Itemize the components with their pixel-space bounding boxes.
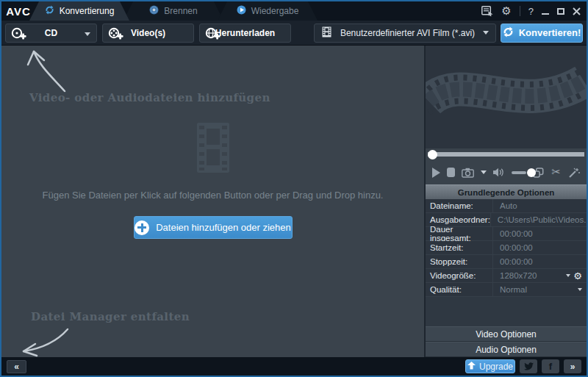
- play-button[interactable]: [432, 168, 440, 178]
- speaker-icon: [493, 168, 505, 177]
- convert-button[interactable]: Konvertieren!: [501, 24, 583, 43]
- volume-thumb[interactable]: [527, 168, 536, 177]
- option-row-quality: Qualität: Normal: [426, 283, 587, 297]
- convert-label: Konvertieren!: [519, 27, 581, 38]
- player-controls: ✂: [426, 160, 587, 184]
- convert-icon: [45, 5, 54, 17]
- add-files-button[interactable]: Dateien hinzufügen oder ziehen: [134, 216, 293, 239]
- add-cd-button[interactable]: CD: [5, 24, 97, 43]
- menu-icon[interactable]: [481, 6, 493, 16]
- window-controls: ⚙ ?: [481, 1, 581, 21]
- snapshot-menu-caret[interactable]: [481, 170, 487, 174]
- chevron-down-icon: [85, 32, 90, 36]
- status-bar: « Upgrade f »: [1, 357, 587, 376]
- expand-panel-button[interactable]: »: [564, 359, 581, 373]
- filename-value[interactable]: Auto: [493, 199, 587, 212]
- mute-button[interactable]: [493, 168, 505, 177]
- film-reel-plus-icon: [108, 27, 123, 43]
- upgrade-arrow-icon: [467, 362, 476, 372]
- output-folder-value[interactable]: C:\Users\Public\Videos...: [491, 213, 588, 226]
- total-duration-value: 00:00:00: [493, 227, 587, 240]
- arrow-to-collapse-button: [10, 326, 76, 357]
- scissors-icon: ✂: [551, 167, 561, 178]
- effects-button[interactable]: [568, 168, 580, 178]
- option-label: Dauer insgesamt:: [426, 227, 493, 240]
- globe-plus-icon: [205, 27, 220, 43]
- tab-brennen[interactable]: Brennen: [123, 1, 223, 21]
- snapshot-button[interactable]: [462, 168, 474, 178]
- tab-label: Wiedergabe: [251, 6, 299, 16]
- app-logo: AVC: [1, 1, 35, 21]
- video-preview: [426, 46, 587, 148]
- filmstrip-placeholder-icon: [189, 121, 237, 177]
- seek-bar[interactable]: [426, 148, 587, 160]
- output-format-select[interactable]: Benutzerdefinierter AVI Film (*.avi): [314, 24, 496, 43]
- plus-icon: [135, 220, 149, 235]
- facebook-button[interactable]: f: [542, 359, 559, 373]
- twitter-button[interactable]: [520, 359, 537, 373]
- twitter-icon: [524, 362, 534, 370]
- add-videos-button[interactable]: Video(s): [102, 24, 194, 43]
- chevron-down-icon: [578, 288, 582, 291]
- expand-file-manager-button[interactable]: «: [7, 360, 26, 373]
- convert-icon: [503, 26, 514, 40]
- option-label: Startzeit:: [426, 241, 493, 254]
- volume-slider[interactable]: [512, 171, 526, 174]
- hint-add-files: Video- oder Audiodateien hinzufügen: [29, 91, 270, 104]
- facebook-icon: f: [549, 361, 552, 372]
- hint-file-manager: Datei Manager entfalten: [31, 310, 190, 323]
- camera-icon: [462, 168, 474, 178]
- option-row-stop-time: Stoppzeit: 00:00:00: [426, 255, 587, 269]
- tab-wiedergabe[interactable]: Wiedergabe: [218, 1, 318, 21]
- button-label: CD: [45, 28, 57, 38]
- minimize-button[interactable]: [542, 8, 549, 15]
- seek-thumb[interactable]: [428, 150, 437, 159]
- gear-icon[interactable]: ⚙: [501, 6, 511, 17]
- close-button[interactable]: [573, 7, 581, 15]
- chevron-down-icon: [483, 31, 489, 35]
- video-size-settings-gear-icon[interactable]: ⚙: [573, 271, 582, 281]
- seek-track[interactable]: [428, 152, 584, 157]
- tab-label: Konvertierung: [60, 6, 115, 16]
- start-time-value[interactable]: 00:00:00: [493, 241, 587, 254]
- maximize-button[interactable]: [557, 8, 564, 15]
- upgrade-button[interactable]: Upgrade: [465, 359, 515, 373]
- play-circle-icon: [237, 5, 246, 17]
- add-files-label: Dateien hinzufügen oder ziehen: [156, 222, 291, 233]
- video-size-select[interactable]: 1280x720 ⚙: [493, 269, 587, 282]
- tab-konvertierung[interactable]: Konvertierung: [29, 1, 129, 21]
- upgrade-label: Upgrade: [479, 362, 513, 372]
- burn-disc-icon: [149, 5, 159, 17]
- title-bar: AVC Konvertierung: [1, 1, 587, 21]
- audio-options-bar[interactable]: Audio Optionen: [426, 342, 587, 357]
- option-row-video-size: Videogröße: 1280x720 ⚙: [426, 269, 587, 283]
- quality-select[interactable]: Normal: [493, 283, 587, 296]
- filmstrip-icon: [321, 26, 332, 40]
- right-panel: ✂ Grundlegende Optionen Dateiname:: [426, 46, 587, 357]
- option-label: Videogröße:: [426, 269, 493, 282]
- option-row-filename: Dateiname: Auto: [426, 199, 587, 213]
- output-format-value: Benutzerdefinierter AVI Film (*.avi): [339, 28, 476, 38]
- download-button[interactable]: Herunterladen: [199, 24, 291, 43]
- video-options-bar[interactable]: Video Optionen: [426, 326, 587, 342]
- magic-wand-icon: [568, 168, 580, 178]
- file-drop-zone[interactable]: Video- oder Audiodateien hinzufügen Füge…: [1, 46, 426, 357]
- option-label: Stoppzeit:: [426, 255, 493, 268]
- help-button[interactable]: ?: [528, 6, 534, 17]
- panel-spacer: [426, 297, 587, 326]
- app-window: AVC Konvertierung: [0, 0, 588, 377]
- tab-label: Brennen: [164, 6, 197, 16]
- chevron-down-icon: [566, 274, 570, 277]
- divider: [520, 6, 520, 16]
- stop-button[interactable]: [447, 168, 455, 177]
- trim-button[interactable]: ✂: [551, 167, 561, 178]
- toolbar: CD Video(s): [1, 21, 587, 46]
- main-tabs: Konvertierung Brennen: [35, 1, 318, 21]
- button-label: Video(s): [131, 28, 165, 38]
- basic-options-header: Grundlegende Optionen: [426, 184, 587, 199]
- option-row-total-duration: Dauer insgesamt: 00:00:00: [426, 227, 587, 241]
- toolbar-right-group: Benutzerdefinierter AVI Film (*.avi) Kon…: [314, 24, 583, 43]
- stop-time-value[interactable]: 00:00:00: [493, 255, 587, 268]
- option-row-start-time: Startzeit: 00:00:00: [426, 241, 587, 255]
- option-label: Dateiname:: [426, 199, 493, 212]
